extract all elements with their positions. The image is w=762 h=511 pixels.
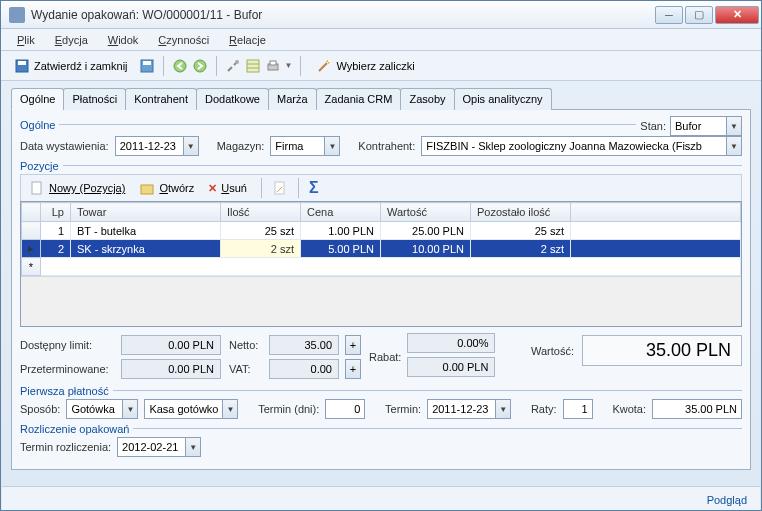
col-ilosc[interactable]: Ilość [221, 203, 301, 222]
rabat-val: 0.00 PLN [407, 357, 495, 377]
ogolne-group-label: Ogólne [20, 119, 55, 131]
chevron-down-icon[interactable]: ▼ [222, 399, 238, 419]
svg-rect-13 [141, 185, 153, 194]
kontrahent-input[interactable] [421, 136, 726, 156]
nowy-button[interactable]: Nowy (Pozycja) [25, 178, 129, 198]
plus-button[interactable]: + [345, 359, 361, 379]
kontrahent-combo[interactable]: ▼ [421, 136, 742, 156]
sposob-label: Sposób: [20, 403, 60, 415]
przeterm-value: 0.00 PLN [121, 359, 221, 379]
otworz-button[interactable]: Otwórz [135, 178, 198, 198]
svg-rect-7 [247, 60, 259, 72]
chevron-down-icon[interactable]: ▼ [185, 437, 201, 457]
col-wartosc[interactable]: Wartość [381, 203, 471, 222]
sposob-input[interactable] [66, 399, 122, 419]
col-lp[interactable]: Lp [41, 203, 71, 222]
kasa-input[interactable] [144, 399, 222, 419]
forward-icon[interactable] [192, 58, 208, 74]
svg-point-5 [194, 60, 206, 72]
rabat-label: Rabat: [369, 351, 401, 363]
podglad-link[interactable]: Podgląd [707, 494, 747, 506]
tab-ogolne[interactable]: Ogólne [11, 88, 64, 110]
delete-icon: ✕ [208, 182, 217, 195]
maximize-button[interactable]: ▢ [685, 6, 713, 24]
wybierz-zaliczki-button[interactable]: Wybierz zaliczki [309, 54, 421, 78]
tab-kontrahent[interactable]: Kontrahent [125, 88, 197, 110]
chevron-down-icon[interactable]: ▼ [495, 399, 511, 419]
termin-rozl-input[interactable] [117, 437, 185, 457]
col-towar[interactable]: Towar [71, 203, 221, 222]
table-row-new[interactable]: * [22, 258, 741, 276]
usun-button[interactable]: ✕ Usuń [204, 180, 251, 197]
termin-rozl-label: Termin rozliczenia: [20, 441, 111, 453]
tools-icon[interactable] [225, 58, 241, 74]
tabs: Ogólne Płatności Kontrahent Dodatkowe Ma… [11, 87, 751, 110]
chevron-down-icon[interactable]: ▼ [183, 136, 199, 156]
data-input[interactable] [115, 136, 183, 156]
kontrahent-label: Kontrahent: [358, 140, 415, 152]
nowy-label: Nowy (Pozycja) [49, 182, 125, 194]
dostepny-value: 0.00 PLN [121, 335, 221, 355]
tab-dodatkowe[interactable]: Dodatkowe [196, 88, 269, 110]
tab-platnosci[interactable]: Płatności [63, 88, 126, 110]
termin-dni-input[interactable] [325, 399, 365, 419]
toolbar: Zatwierdź i zamknij ▼ Wybierz zaliczki [1, 51, 761, 81]
window-title: Wydanie opakowań: WO/000001/11 - Bufor [31, 8, 655, 22]
svg-point-6 [235, 60, 239, 64]
col-pozostalo[interactable]: Pozostało ilość [471, 203, 571, 222]
col-cena[interactable]: Cena [301, 203, 381, 222]
minimize-button[interactable]: ─ [655, 6, 683, 24]
table-row-selected[interactable]: ▸ 2 SK - skrzynka 2 szt 5.00 PLN 10.00 P… [22, 240, 741, 258]
close-button[interactable]: ✕ [715, 6, 759, 24]
menu-widok[interactable]: Widok [100, 32, 147, 48]
svg-rect-11 [270, 61, 276, 65]
sposob-combo[interactable]: ▼ [66, 399, 138, 419]
stan-combo[interactable]: ▼ [670, 116, 742, 136]
rabat-pct: 0.00% [407, 333, 495, 353]
netto-label: Netto: [229, 339, 263, 351]
tab-marza[interactable]: Marża [268, 88, 317, 110]
wartosc-value: 35.00 PLN [582, 335, 742, 366]
zatwierdz-button[interactable]: Zatwierdź i zamknij [7, 54, 135, 78]
vat-value: 0.00 [269, 359, 339, 379]
svg-rect-1 [18, 61, 26, 65]
grid-icon[interactable] [245, 58, 261, 74]
tab-opis[interactable]: Opis analityczny [454, 88, 552, 110]
menu-plik[interactable]: Plik [9, 32, 43, 48]
termin-combo[interactable]: ▼ [427, 399, 511, 419]
chevron-down-icon[interactable]: ▼ [324, 136, 340, 156]
sum-icon[interactable]: Σ [309, 179, 319, 197]
kwota-input[interactable] [652, 399, 742, 419]
menu-edycja[interactable]: Edycja [47, 32, 96, 48]
kasa-combo[interactable]: ▼ [144, 399, 238, 419]
table-row[interactable]: 1 BT - butelka 25 szt 1.00 PLN 25.00 PLN… [22, 222, 741, 240]
plus-button[interactable]: + [345, 335, 361, 355]
data-combo[interactable]: ▼ [115, 136, 199, 156]
tab-zasoby[interactable]: Zasoby [400, 88, 454, 110]
svg-rect-12 [32, 182, 41, 194]
chevron-down-icon[interactable]: ▼ [122, 399, 138, 419]
print-icon[interactable] [265, 58, 281, 74]
stan-label: Stan: [640, 120, 666, 132]
magazyn-label: Magazyn: [217, 140, 265, 152]
vat-label: VAT: [229, 363, 263, 375]
termin-rozl-combo[interactable]: ▼ [117, 437, 201, 457]
menu-relacje[interactable]: Relacje [221, 32, 274, 48]
chevron-down-icon[interactable]: ▼ [726, 136, 742, 156]
tab-zadania[interactable]: Zadania CRM [316, 88, 402, 110]
data-label: Data wystawienia: [20, 140, 109, 152]
save-icon-2[interactable] [139, 58, 155, 74]
svg-point-4 [174, 60, 186, 72]
edit-icon[interactable] [272, 180, 288, 196]
chevron-down-icon[interactable]: ▼ [726, 116, 742, 136]
menu-czynnosci[interactable]: Czynności [150, 32, 217, 48]
termin-input[interactable] [427, 399, 495, 419]
magazyn-combo[interactable]: ▼ [270, 136, 340, 156]
titlebar: Wydanie opakowań: WO/000001/11 - Bufor ─… [1, 1, 761, 29]
back-icon[interactable] [172, 58, 188, 74]
stan-input[interactable] [670, 116, 726, 136]
dropdown-arrow-icon[interactable]: ▼ [285, 61, 293, 70]
open-icon [139, 180, 155, 196]
magazyn-input[interactable] [270, 136, 324, 156]
raty-input[interactable] [563, 399, 593, 419]
